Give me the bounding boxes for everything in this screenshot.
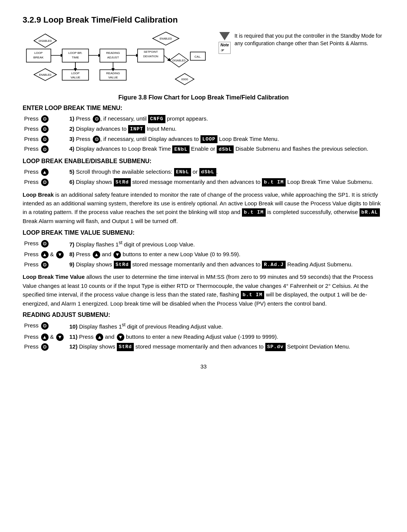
figure-caption: Figure 3.8 Flow Chart for Loop Break Tim… <box>23 94 384 101</box>
press-cell: Press ⊙ <box>23 144 68 154</box>
enter-loop-break-table: Press ⊙ 1) Press ⊙, if necessary, until … <box>23 114 384 154</box>
strd-display: StRd <box>117 343 134 351</box>
step-cell: 3) Press ⊙, if necessary, until Display … <box>68 134 384 144</box>
svg-text:SETPOINT: SETPOINT <box>144 50 158 54</box>
down-button-icon: ⊙ <box>41 261 49 269</box>
press-cell: Press ⊙ <box>23 321 68 332</box>
table-row: Press ▲ & ▼ 11) Press ▲ and ▼ buttons to… <box>23 332 384 342</box>
bral-display: bR.AL <box>360 208 380 217</box>
svg-text:LOOP BR.: LOOP BR. <box>68 51 83 55</box>
down-button-icon: ▼ <box>113 251 121 258</box>
svg-text:DEVIATION: DEVIATION <box>143 55 158 58</box>
down-button-icon: ⊙ <box>41 125 49 133</box>
loop-break-body-text: Loop Break is an additional safety featu… <box>23 190 384 226</box>
flowchart-svg: LOOP BREAK DISABLED ENABLED LOOP BR. TIM… <box>23 30 211 89</box>
svg-text:ENABLED: ENABLED <box>160 37 172 40</box>
press-cell: Press ▲ <box>23 167 68 177</box>
down-button-icon: ⊙ <box>93 136 100 143</box>
btim-inline-display: b.t IM <box>242 208 266 217</box>
svg-text:CAL.: CAL. <box>194 55 201 58</box>
table-row: Press ⊙ 7) Display flashes 1st digit of … <box>23 238 384 250</box>
enbl-display: ENbL <box>172 145 189 154</box>
spdv-display: SP.dv <box>265 343 286 351</box>
page-number: 33 <box>23 363 384 370</box>
dsbl-display: dSbL <box>199 168 216 176</box>
table-row: Press ⊙ 1) Press ⊙, if necessary, until … <box>23 114 384 124</box>
note-text: It is required that you put the controll… <box>234 32 384 47</box>
down-button-icon: ⊙ <box>41 145 49 153</box>
table-row: Press ⊙ 12) Display shows StRd stored me… <box>23 342 384 352</box>
up-button-icon: ▲ <box>41 168 49 176</box>
step-cell: 4) Display advances to Loop Break Time E… <box>68 144 384 154</box>
svg-line-30 <box>164 55 170 60</box>
cnfg-display: CNFG <box>148 115 165 123</box>
table-row: Press ⊙ 10) Display flashes 1st digit of… <box>23 321 384 332</box>
note-label: Note ☞ <box>219 42 231 54</box>
svg-text:LOOP: LOOP <box>71 72 80 75</box>
loop-display: LOOP <box>200 135 217 144</box>
press-cell: Press ▲ & ▼ <box>23 332 68 342</box>
up-button-icon: ▲ <box>41 333 49 341</box>
btim-body-display: b.t IM <box>241 291 265 299</box>
svg-text:ENABLED: ENABLED <box>39 73 52 76</box>
enbl-display: ENbL <box>174 168 191 176</box>
svg-text:READING: READING <box>106 51 120 55</box>
step-cell: 9) Display shows StRd stored message mom… <box>68 260 384 270</box>
loop-break-enable-table: Press ▲ 5) Scroll through the available … <box>23 167 384 187</box>
note-box: Note ☞ It is required that you put the c… <box>219 30 384 54</box>
up-button-icon: ▲ <box>41 251 49 258</box>
down-button-icon: ⊙ <box>41 322 49 330</box>
press-cell: Press ⊙ <box>23 342 68 352</box>
flowchart-container: LOOP BREAK DISABLED ENABLED LOOP BR. TIM… <box>23 30 211 90</box>
down-button-icon: ▼ <box>56 251 64 258</box>
section-loop-break-time-value: LOOP BREAK TIME VALUE SUBMENU: <box>23 229 384 236</box>
reading-adjust-table: Press ⊙ 10) Display flashes 1st digit of… <box>23 321 384 352</box>
section-heading: 3.2.9 Loop Break Time/Field Calibration <box>23 15 384 25</box>
svg-text:VALUE: VALUE <box>70 76 80 79</box>
table-row: Press ⊙ 4) Display advances to Loop Brea… <box>23 144 384 154</box>
step-cell: 6) Display shows StRd stored message mom… <box>68 177 384 187</box>
loop-break-time-body-text: Loop Break Time Value allows the user to… <box>23 272 384 308</box>
press-cell: Press ⊙ <box>23 134 68 144</box>
step-cell: 11) Press ▲ and ▼ buttons to enter a new… <box>68 332 384 342</box>
table-row: Press ⊙ 2) Display advances to INPT Inpu… <box>23 124 384 134</box>
down-button-icon: ⊙ <box>93 115 100 123</box>
table-row: Press ⊙ 9) Display shows StRd stored mes… <box>23 260 384 270</box>
down-button-icon: ⊙ <box>41 240 49 248</box>
figure-area: LOOP BREAK DISABLED ENABLED LOOP BR. TIM… <box>23 30 384 90</box>
section-loop-break-enable: LOOP BREAK ENABLE/DISABLE SUBMENU: <box>23 158 384 165</box>
step-cell: 2) Display advances to INPT Input Menu. <box>68 124 384 134</box>
step-cell: 10) Display flashes 1st digit of previou… <box>68 321 384 332</box>
step-cell: 7) Display flashes 1st digit of previous… <box>68 238 384 250</box>
step-cell: 1) Press ⊙, if necessary, until CNFG pro… <box>68 114 384 124</box>
btim-display: b.t IM <box>262 178 286 187</box>
table-row: Press ⊙ 6) Display shows StRd stored mes… <box>23 177 384 187</box>
inpt-display: INPT <box>128 125 145 133</box>
down-button-icon: ⊙ <box>41 115 49 123</box>
press-cell: Press ⊙ <box>23 238 68 250</box>
section-enter-loop-break: ENTER LOOP BREAK TIME MENU: <box>23 105 384 112</box>
loop-break-time-table: Press ⊙ 7) Display flashes 1st digit of … <box>23 238 384 270</box>
press-cell: Press ⊙ <box>23 124 68 134</box>
dsbl-display: dSbL <box>217 145 234 154</box>
table-row: Press ▲ 5) Scroll through the available … <box>23 167 384 177</box>
step-cell: 12) Display shows StRd stored message mo… <box>68 342 384 352</box>
press-cell: Press ⊙ <box>23 260 68 270</box>
table-row: Press ⊙ 3) Press ⊙, if necessary, until … <box>23 134 384 144</box>
svg-text:0000: 0000 <box>181 78 188 81</box>
down-button-icon: ⊙ <box>41 136 49 143</box>
svg-text:ADJUST: ADJUST <box>107 56 119 59</box>
radj-display: R.Ad.J <box>262 261 286 269</box>
svg-text:LOOP: LOOP <box>34 51 43 55</box>
strd-display: StRd <box>114 261 131 269</box>
up-button-icon: ▲ <box>96 333 103 341</box>
strd-display: StRd <box>114 178 131 187</box>
down-button-icon: ⊙ <box>41 343 49 351</box>
press-cell: Press ⊙ <box>23 114 68 124</box>
svg-text:READING: READING <box>106 72 120 75</box>
up-button-icon: ▲ <box>93 251 100 258</box>
down-button-icon: ⊙ <box>41 179 49 186</box>
down-button-icon: ▼ <box>117 333 124 341</box>
svg-text:DISABLED: DISABLED <box>39 40 52 42</box>
svg-text:VALUE: VALUE <box>108 76 118 79</box>
